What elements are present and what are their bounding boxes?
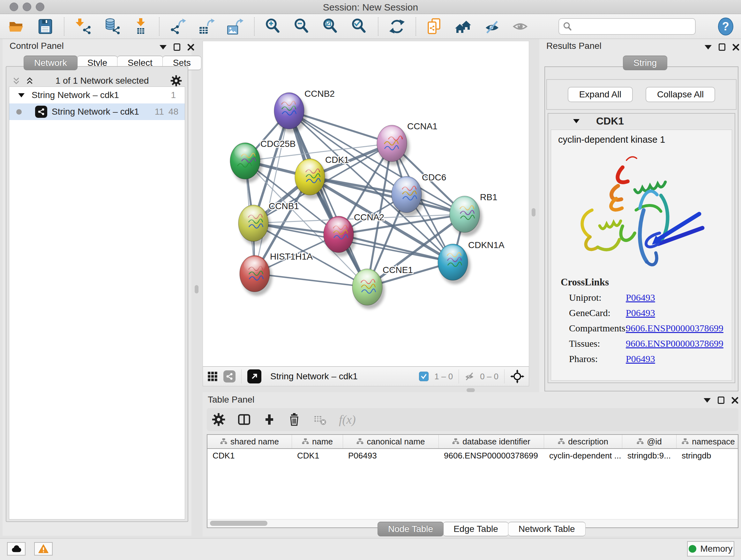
table-body: CDK1CDK1P064939606.ENSP00000378699cyclin… <box>207 449 738 463</box>
network-node-CCNB1[interactable]: CCNB1 <box>239 201 299 245</box>
table-options-gear-icon[interactable] <box>212 413 225 426</box>
hide-unhide-icon[interactable] <box>483 17 501 36</box>
birds-eye-view-icon[interactable] <box>207 371 218 381</box>
tab-string[interactable]: String <box>623 56 667 70</box>
toolbar-separator <box>159 17 159 36</box>
save-session-icon[interactable] <box>37 17 54 36</box>
table-panel-close-icon[interactable] <box>731 397 738 404</box>
help-button[interactable]: ? <box>718 17 733 36</box>
right-splitter-handle[interactable] <box>532 208 536 216</box>
network-options-gear-icon[interactable] <box>171 75 182 86</box>
tab-node-table[interactable]: Node Table <box>378 522 444 537</box>
crosslinks-title: CrossLinks <box>551 276 732 290</box>
crosslink-value-link[interactable]: 9606.ENSP00000378699 <box>626 323 724 334</box>
expand-all-button[interactable]: Expand All <box>568 87 633 102</box>
refresh-icon[interactable] <box>388 17 406 36</box>
cloud-status-button[interactable] <box>7 542 25 556</box>
control-panel-close-icon[interactable] <box>187 44 194 51</box>
network-node-CDC25B[interactable]: CDC25B <box>230 139 295 183</box>
table-cell[interactable]: CDK1 <box>292 449 343 463</box>
results-panel-close-icon[interactable] <box>732 44 739 51</box>
control-panel-float-icon[interactable] <box>174 44 180 51</box>
table-cell[interactable]: 9606.ENSP00000378699 <box>439 449 544 463</box>
network-node-CCNE1[interactable]: CCNE1 <box>352 265 413 309</box>
search-input[interactable] <box>575 21 691 31</box>
network-node-CDC6[interactable]: CDC6 <box>392 172 446 216</box>
network-node-CCNA2[interactable]: CCNA2 <box>324 212 384 256</box>
control-panel-menu-icon[interactable] <box>159 45 166 50</box>
search-field[interactable] <box>558 18 696 35</box>
open-session-icon[interactable] <box>8 17 25 36</box>
collapse-all-icon[interactable] <box>12 77 20 85</box>
table-cell[interactable]: cyclin-dependent ... <box>544 449 622 463</box>
node-label-CCNA1: CCNA1 <box>407 121 437 131</box>
column-type-icon <box>558 438 565 445</box>
results-panel-float-icon[interactable] <box>719 44 725 51</box>
crosslink-value-link[interactable]: P06493 <box>626 354 655 364</box>
scrollbar-thumb[interactable] <box>210 521 267 526</box>
network-node-count: 11 <box>155 107 164 117</box>
gene-section: CDK1 cyclin-dependent kinase 1 <box>548 113 735 383</box>
crosslink-value-link[interactable]: 9606.ENSP00000378699 <box>626 338 724 349</box>
column-header-database-identifier[interactable]: database identifier <box>439 435 544 448</box>
detach-view-icon[interactable] <box>247 369 261 383</box>
node-table[interactable]: shared namenamecanonical namedatabase id… <box>207 434 738 519</box>
zoom-out-icon[interactable] <box>293 17 311 36</box>
network-node-RB1[interactable]: RB1 <box>450 192 497 236</box>
tab-network[interactable]: Network <box>23 56 77 70</box>
fit-content-crosshair-icon[interactable] <box>510 369 524 383</box>
crosslink-value-link[interactable]: P06493 <box>626 292 655 303</box>
network-canvas[interactable]: CCNB2CCNA1CDC25BCDK1CDC6RB1CCNB1CCNA2CDK… <box>203 41 529 367</box>
delete-column-icon[interactable] <box>288 413 300 426</box>
import-table-icon[interactable] <box>131 17 149 36</box>
table-panel-menu-icon[interactable] <box>704 398 711 402</box>
network-node-CDK1[interactable]: CDK1 <box>295 155 349 199</box>
collapse-all-button[interactable]: Collapse All <box>646 87 715 102</box>
network-node-CDKN1A[interactable]: CDKN1A <box>438 240 504 284</box>
crosslink-row: Compartments:9606.ENSP00000378699 <box>551 320 732 336</box>
table-cell[interactable]: P06493 <box>343 449 439 463</box>
zoom-in-icon[interactable] <box>264 17 282 36</box>
column-header-description[interactable]: description <box>544 435 622 448</box>
copy-network-icon[interactable] <box>426 17 444 36</box>
network-node-CCNB2[interactable]: CCNB2 <box>274 89 335 133</box>
column-header-namespace[interactable]: namespace <box>677 435 738 448</box>
export-image-icon[interactable] <box>226 17 245 36</box>
network-collection-row[interactable]: String Network – cdk1 1 <box>9 87 185 104</box>
left-splitter-handle[interactable] <box>195 285 199 294</box>
network-node-HIST1H1A[interactable]: HIST1H1A <box>240 252 313 296</box>
network-row[interactable]: String Network – cdk1 11 48 <box>9 104 185 120</box>
export-network-icon[interactable] <box>169 17 187 36</box>
collection-expander-icon[interactable] <box>18 93 24 98</box>
column-header-id[interactable]: @id <box>622 435 677 448</box>
column-label: shared name <box>230 437 279 447</box>
gene-section-expander-icon[interactable] <box>573 119 580 123</box>
bottom-splitter-handle[interactable] <box>467 388 475 392</box>
column-header-shared-name[interactable]: shared name <box>207 435 292 448</box>
export-table-icon[interactable] <box>198 17 216 36</box>
zoom-fit-icon[interactable] <box>322 17 340 36</box>
tab-network-table[interactable]: Network Table <box>508 522 586 537</box>
import-network-icon[interactable] <box>74 17 92 36</box>
zoom-selected-icon[interactable] <box>350 17 368 36</box>
results-panel-menu-icon[interactable] <box>704 45 712 50</box>
show-columns-icon[interactable] <box>238 413 251 426</box>
table-cell[interactable]: stringdb <box>677 449 738 463</box>
crosslink-value-link[interactable]: P06493 <box>626 307 655 318</box>
create-column-icon[interactable] <box>263 413 276 426</box>
network-type-icon <box>35 106 47 118</box>
memory-button[interactable]: Memory <box>687 541 734 557</box>
home-networks-icon[interactable] <box>455 17 472 36</box>
column-header-name[interactable]: name <box>292 435 343 448</box>
hidden-count: 0 – 0 <box>480 372 498 381</box>
expand-all-icon[interactable] <box>25 77 34 85</box>
tab-edge-table[interactable]: Edge Table <box>443 522 509 537</box>
selected-nodes-checkbox[interactable] <box>419 372 428 381</box>
warnings-button[interactable] <box>34 542 53 556</box>
table-cell[interactable]: CDK1 <box>207 449 292 463</box>
table-row[interactable]: CDK1CDK1P064939606.ENSP00000378699cyclin… <box>207 449 738 463</box>
table-cell[interactable]: stringdb:9... <box>622 449 677 463</box>
column-header-canonical-name[interactable]: canonical name <box>343 435 439 448</box>
table-panel-float-icon[interactable] <box>718 396 724 404</box>
import-network-from-database-icon[interactable] <box>103 17 121 36</box>
